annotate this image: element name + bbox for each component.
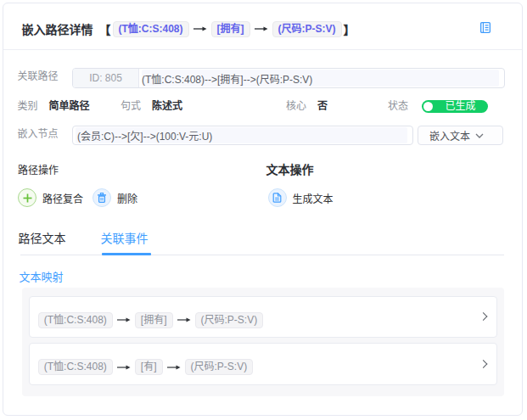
path-chip: (T恤:C:S:408) bbox=[38, 312, 113, 328]
generate-text-label: 生成文本 bbox=[293, 191, 334, 205]
arrow-right-icon bbox=[193, 25, 207, 32]
chevron-down-icon bbox=[475, 133, 484, 138]
switch-knob bbox=[423, 102, 434, 112]
mapping-path: (T恤:C:S:408) [拥有] (尺码:P-S:V) bbox=[38, 312, 263, 328]
path-id-badge: ID: 805 bbox=[73, 69, 139, 87]
text-mapping-container: (T恤:C:S:408) [拥有] (尺码:P-S:V) (T恤:C:S:408… bbox=[22, 288, 504, 396]
related-path-input[interactable]: ID: 805 (T恤:C:S:408)-->[拥有]-->(尺码:P-S:V) bbox=[72, 68, 505, 88]
path-compose-label: 路径复合 bbox=[42, 191, 83, 205]
related-path-value: (T恤:C:S:408)-->[拥有]-->(尺码:P-S:V) bbox=[142, 70, 499, 87]
arrow-right-icon bbox=[117, 364, 131, 371]
path-ops-title: 路径操作 bbox=[18, 163, 59, 178]
chevron-right-icon bbox=[479, 360, 488, 368]
switch-state-text: 已生成 bbox=[434, 100, 488, 113]
path-chip: (尺码:P-S:V) bbox=[195, 312, 264, 328]
generate-text-button[interactable]: 生成文本 bbox=[268, 188, 334, 208]
category-label: 类别 bbox=[18, 98, 38, 114]
path-node-badge-relation: [拥有] bbox=[211, 21, 250, 37]
document-icon bbox=[268, 188, 287, 207]
panel-header: 嵌入路径详情 【 (T恤:C:S:408) [拥有] (尺码:P-S:V) 】 bbox=[3, 3, 522, 50]
path-chip: [有] bbox=[135, 359, 163, 375]
delete-label: 删除 bbox=[117, 191, 137, 205]
status-label: 状态 bbox=[388, 98, 408, 114]
path-node-badge-subject: (T恤:C:S:408) bbox=[113, 21, 189, 37]
path-compose-button[interactable]: 路径复合 bbox=[18, 188, 83, 208]
sentence-label: 句式 bbox=[121, 98, 141, 114]
arrow-right-icon bbox=[167, 364, 181, 371]
sentence-value: 陈述式 bbox=[152, 98, 182, 114]
chevron-right-icon bbox=[479, 312, 488, 321]
delete-button[interactable]: 删除 bbox=[93, 188, 137, 208]
tabs-divider bbox=[20, 255, 504, 255]
arrow-right-icon bbox=[117, 316, 131, 323]
related-path-label: 关联路径 bbox=[18, 66, 59, 87]
path-chip: [拥有] bbox=[135, 312, 173, 328]
embedded-path-detail-page: 嵌入路径详情 【 (T恤:C:S:408) [拥有] (尺码:P-S:V) 】 bbox=[0, 0, 527, 420]
tab-related-events[interactable]: 关联事件 bbox=[101, 231, 149, 246]
arrow-right-icon bbox=[255, 25, 268, 32]
active-tab-underline bbox=[102, 253, 151, 255]
mapping-row[interactable]: (T恤:C:S:408) [拥有] (尺码:P-S:V) bbox=[29, 296, 498, 339]
tab-path-text[interactable]: 路径文本 bbox=[19, 231, 66, 246]
path-chip: (尺码:P-S:V) bbox=[185, 359, 254, 375]
path-chip: (T恤:C:S:408) bbox=[38, 359, 113, 375]
bracket-open: 【 bbox=[99, 20, 111, 37]
embed-node-value: (会员:C)-->[欠]-->(100:V-元:U) bbox=[76, 127, 407, 143]
text-ops-title: 文本操作 bbox=[266, 162, 314, 177]
status-switch[interactable]: 已生成 bbox=[422, 100, 488, 113]
embed-text-dropdown-label: 嵌入文本 bbox=[429, 128, 470, 143]
plus-icon bbox=[18, 188, 36, 207]
core-value: 否 bbox=[317, 98, 328, 114]
embed-text-dropdown[interactable]: 嵌入文本 bbox=[418, 126, 503, 145]
header-path-expression: 嵌入路径详情 【 (T恤:C:S:408) [拥有] (尺码:P-S:V) 】 bbox=[22, 3, 356, 54]
path-detail-panel: 嵌入路径详情 【 (T恤:C:S:408) [拥有] (尺码:P-S:V) 】 bbox=[3, 3, 523, 416]
core-label: 核心 bbox=[286, 98, 306, 114]
page-title: 嵌入路径详情 bbox=[22, 20, 93, 37]
text-mapping-title: 文本映射 bbox=[20, 270, 64, 285]
trash-icon bbox=[93, 188, 111, 207]
mapping-row[interactable]: (T恤:C:S:408) [有] (尺码:P-S:V) bbox=[29, 343, 498, 385]
mapping-path: (T恤:C:S:408) [有] (尺码:P-S:V) bbox=[38, 359, 253, 375]
notebook-icon[interactable] bbox=[480, 22, 491, 34]
embed-node-input[interactable]: (会员:C)-->[欠]-->(100:V-元:U) bbox=[72, 126, 413, 145]
category-value: 简单路径 bbox=[49, 98, 90, 114]
bracket-close: 】 bbox=[344, 20, 356, 37]
embed-node-label: 嵌入节点 bbox=[18, 124, 59, 144]
path-node-badge-object: (尺码:P-S:V) bbox=[272, 21, 342, 37]
arrow-right-icon bbox=[177, 316, 191, 323]
